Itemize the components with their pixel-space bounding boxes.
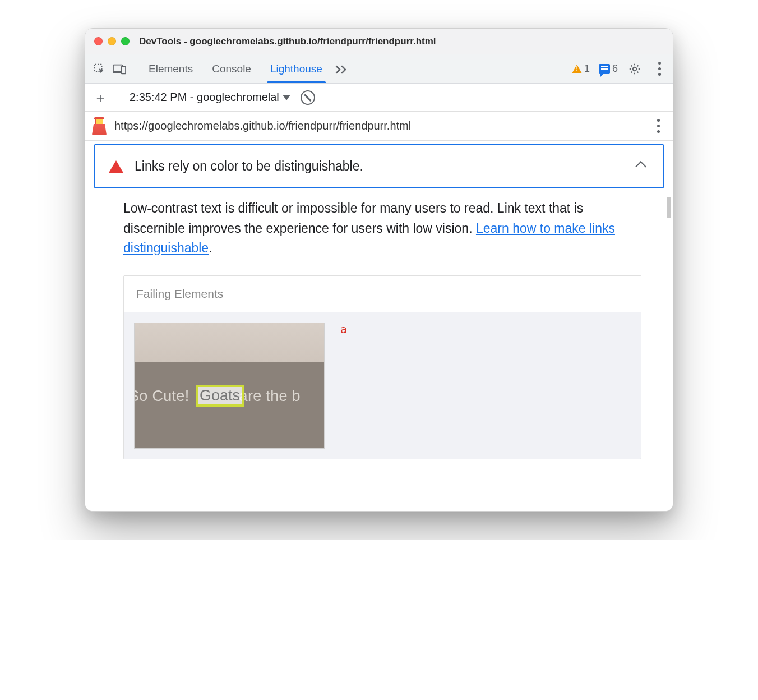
thumb-text-right: are the b xyxy=(235,388,301,404)
element-tag[interactable]: a xyxy=(340,323,347,336)
reportbar-divider xyxy=(119,90,119,105)
thumb-text-left: So Cute! xyxy=(134,388,193,404)
window-minimize-button[interactable] xyxy=(108,37,116,45)
caret-down-icon xyxy=(283,95,290,100)
report-select[interactable]: 2:35:42 PM - googlechromelal xyxy=(130,91,290,104)
tab-lighthouse[interactable]: Lighthouse xyxy=(269,56,323,81)
window-title: DevTools - googlechromelabs.github.io/fr… xyxy=(139,36,436,47)
scrollbar-thumb[interactable] xyxy=(667,197,671,218)
lighthouse-icon xyxy=(92,117,107,135)
devtools-window: DevTools - googlechromelabs.github.io/fr… xyxy=(85,28,673,512)
more-options-icon[interactable] xyxy=(651,61,667,77)
warning-icon xyxy=(572,65,582,73)
audit-description: Low-contrast text is difficult or imposs… xyxy=(94,199,664,259)
panel-tabs: Elements Console Lighthouse xyxy=(147,56,323,81)
inspect-element-icon[interactable] xyxy=(91,61,108,77)
highlighted-link: Goats xyxy=(196,385,244,407)
messages-badge[interactable]: 6 xyxy=(599,63,618,75)
more-tabs-icon[interactable] xyxy=(335,64,348,74)
period: . xyxy=(209,241,212,255)
lighthouse-content: Links rely on color to be distinguishabl… xyxy=(85,141,673,511)
toolbar-right: 1 6 xyxy=(572,61,667,77)
failing-elements-body: So Cute! Goats are the b Goats a xyxy=(124,312,641,459)
fail-triangle-icon xyxy=(109,160,123,173)
warnings-count: 1 xyxy=(584,63,590,75)
failing-elements-box: Failing Elements So Cute! Goats are the … xyxy=(123,275,641,459)
tab-elements[interactable]: Elements xyxy=(147,56,194,81)
audit-header[interactable]: Links rely on color to be distinguishabl… xyxy=(94,144,664,188)
toolbar-divider xyxy=(135,62,135,76)
report-menu-icon[interactable] xyxy=(650,118,666,134)
settings-icon[interactable] xyxy=(627,61,643,77)
lighthouse-report-bar: ＋ 2:35:42 PM - googlechromelal xyxy=(85,84,673,112)
audit-title: Links rely on color to be distinguishabl… xyxy=(135,159,626,174)
device-toolbar-icon[interactable] xyxy=(111,61,128,77)
failing-elements-title: Failing Elements xyxy=(124,276,641,312)
clear-report-icon[interactable] xyxy=(301,90,315,105)
report-url: https://googlechromelabs.github.io/frien… xyxy=(114,119,643,132)
warnings-badge[interactable]: 1 xyxy=(572,63,590,75)
devtools-toolbar: Elements Console Lighthouse 1 6 xyxy=(85,54,673,84)
new-report-button[interactable]: ＋ xyxy=(92,89,109,106)
window-close-button[interactable] xyxy=(94,37,103,45)
traffic-lights xyxy=(94,37,130,45)
tab-console[interactable]: Console xyxy=(211,56,252,81)
element-screenshot[interactable]: So Cute! Goats are the b Goats xyxy=(134,323,325,449)
window-zoom-button[interactable] xyxy=(121,37,130,45)
svg-rect-3 xyxy=(122,66,126,73)
lighthouse-url-bar: https://googlechromelabs.github.io/frien… xyxy=(85,112,673,141)
svg-point-4 xyxy=(633,67,636,70)
report-select-label: 2:35:42 PM - googlechromelal xyxy=(130,91,279,104)
messages-count: 6 xyxy=(612,63,618,75)
titlebar: DevTools - googlechromelabs.github.io/fr… xyxy=(85,29,673,54)
messages-icon xyxy=(599,64,610,74)
collapse-chevron-icon[interactable] xyxy=(635,161,646,172)
